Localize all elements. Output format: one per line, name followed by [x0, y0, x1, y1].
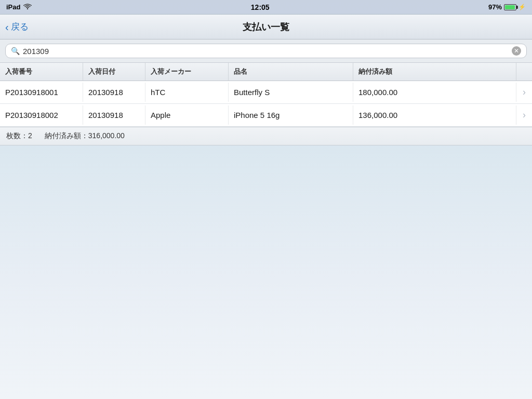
status-bar: iPad 12:05 97% ⚡ [0, 0, 532, 15]
table-footer: 枚数：2 納付済み額：316,000.00 [0, 127, 532, 145]
cell-amount-2: 136,000.00 [353, 105, 516, 125]
cell-id-1: P20130918001 [0, 83, 83, 102]
col-header-action [516, 63, 532, 81]
nav-bar: ‹ 戻る 支払い一覧 [0, 15, 532, 39]
cell-maker-1: hTC [145, 83, 229, 102]
table-header: 入荷番号 入荷日付 入荷メーカー 品名 納付済み額 [0, 63, 532, 81]
cell-chevron-2[interactable]: › [516, 104, 532, 126]
page-title: 支払い一覧 [243, 21, 289, 33]
wifi-icon [23, 3, 32, 11]
status-time: 12:05 [251, 3, 270, 11]
search-input[interactable] [23, 47, 509, 56]
status-right: 97% ⚡ [488, 3, 526, 11]
cell-product-2: iPhone 5 16g [229, 105, 353, 125]
cell-product-1: Butterfly S [229, 83, 353, 102]
cell-date-2: 20130918 [83, 105, 145, 125]
chevron-right-icon: › [523, 87, 526, 98]
chevron-right-icon: › [523, 110, 526, 121]
back-button[interactable]: ‹ 戻る [5, 21, 29, 33]
battery-icon [504, 4, 516, 10]
search-bar: 🔍 ✕ [0, 39, 532, 63]
lightning-icon: ⚡ [518, 4, 526, 10]
device-label: iPad [6, 3, 20, 11]
table-row[interactable]: P20130918001 20130918 hTC Butterfly S 18… [0, 81, 532, 104]
cell-amount-1: 180,000.00 [353, 83, 516, 102]
status-left: iPad [6, 3, 32, 11]
cell-date-1: 20130918 [83, 83, 145, 102]
battery-percent: 97% [488, 3, 502, 11]
record-count: 枚数：2 [6, 131, 32, 141]
col-header-product: 品名 [229, 63, 353, 81]
col-header-amount: 納付済み額 [353, 63, 516, 81]
table-row[interactable]: P20130918002 20130918 Apple iPhone 5 16g… [0, 104, 532, 127]
col-header-id: 入荷番号 [0, 63, 83, 81]
col-header-maker: 入荷メーカー [145, 63, 229, 81]
payments-table: 入荷番号 入荷日付 入荷メーカー 品名 納付済み額 P20130918001 2… [0, 63, 532, 145]
search-wrapper: 🔍 ✕ [5, 44, 527, 58]
cell-maker-2: Apple [145, 105, 229, 125]
search-icon: 🔍 [11, 47, 20, 55]
cell-id-2: P20130918002 [0, 105, 83, 125]
search-clear-button[interactable]: ✕ [512, 46, 521, 56]
cell-chevron-1[interactable]: › [516, 82, 532, 103]
total-amount: 納付済み額：316,000.00 [45, 131, 125, 141]
back-label: 戻る [11, 21, 29, 33]
col-header-date: 入荷日付 [83, 63, 145, 81]
chevron-left-icon: ‹ [5, 22, 9, 32]
